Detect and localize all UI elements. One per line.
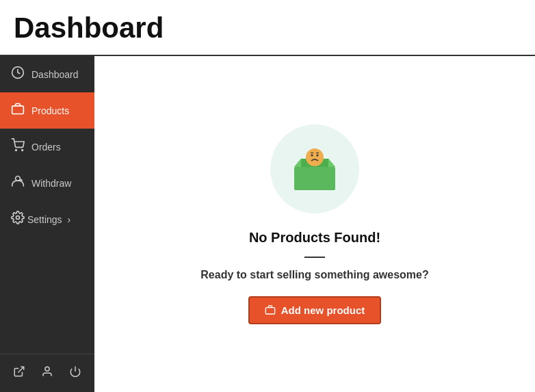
svg-rect-9 xyxy=(294,167,335,190)
briefcase-icon xyxy=(11,102,25,119)
sidebar-item-withdraw-label: Withdraw xyxy=(31,178,71,189)
cart-icon xyxy=(11,138,25,155)
svg-point-3 xyxy=(22,150,23,151)
gauge-icon xyxy=(11,66,25,83)
sidebar-item-orders[interactable]: Orders xyxy=(0,129,94,165)
sidebar-item-settings[interactable]: Settings › xyxy=(0,201,94,237)
sidebar-item-withdraw[interactable]: Withdraw xyxy=(0,165,94,201)
svg-point-12 xyxy=(316,154,318,156)
svg-rect-13 xyxy=(265,308,274,314)
page-title: Dashboard xyxy=(14,5,521,55)
sidebar: Dashboard Products Orders xyxy=(0,56,94,392)
svg-point-11 xyxy=(311,154,313,156)
divider xyxy=(304,257,325,258)
main-content: No Products Found! Ready to start sellin… xyxy=(94,56,535,392)
sidebar-item-orders-label: Orders xyxy=(31,142,61,153)
chevron-right-icon: › xyxy=(65,214,71,225)
svg-line-6 xyxy=(18,367,24,372)
sidebar-item-products-label: Products xyxy=(31,105,69,116)
power-icon[interactable] xyxy=(65,361,86,385)
add-product-label: Add new product xyxy=(281,304,365,316)
svg-point-4 xyxy=(16,177,21,181)
sidebar-item-dashboard[interactable]: Dashboard xyxy=(0,56,94,92)
withdraw-icon xyxy=(11,174,25,192)
add-product-icon xyxy=(265,304,276,315)
svg-rect-1 xyxy=(12,106,24,114)
svg-point-10 xyxy=(306,148,324,166)
svg-point-2 xyxy=(16,150,17,151)
empty-icon-container xyxy=(270,125,359,213)
external-link-icon[interactable] xyxy=(9,361,29,385)
sidebar-item-products[interactable]: Products xyxy=(0,92,94,129)
gear-icon xyxy=(11,211,25,228)
add-product-button[interactable]: Add new product xyxy=(248,296,382,324)
sidebar-item-settings-label: Settings xyxy=(27,214,62,225)
svg-point-7 xyxy=(45,367,49,371)
empty-state: No Products Found! Ready to start sellin… xyxy=(200,125,428,324)
empty-title: No Products Found! xyxy=(249,230,380,246)
svg-point-5 xyxy=(16,216,20,220)
sidebar-item-dashboard-label: Dashboard xyxy=(31,69,79,80)
empty-subtitle: Ready to start selling something awesome… xyxy=(200,269,428,281)
empty-box-icon xyxy=(287,145,342,193)
sidebar-bottom-actions xyxy=(0,354,94,392)
user-icon[interactable] xyxy=(37,361,57,385)
